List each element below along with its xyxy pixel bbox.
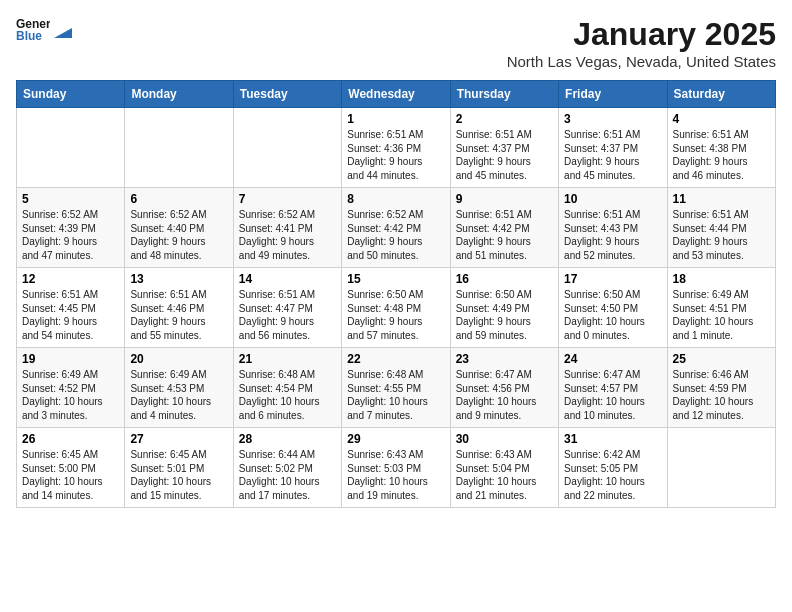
- day-number: 22: [347, 352, 444, 366]
- day-number: 14: [239, 272, 336, 286]
- day-number: 19: [22, 352, 119, 366]
- day-number: 27: [130, 432, 227, 446]
- calendar-cell: 8Sunrise: 6:52 AM Sunset: 4:42 PM Daylig…: [342, 188, 450, 268]
- day-number: 1: [347, 112, 444, 126]
- day-info: Sunrise: 6:52 AM Sunset: 4:39 PM Dayligh…: [22, 208, 119, 262]
- day-info: Sunrise: 6:49 AM Sunset: 4:51 PM Dayligh…: [673, 288, 770, 342]
- calendar-cell: 24Sunrise: 6:47 AM Sunset: 4:57 PM Dayli…: [559, 348, 667, 428]
- day-info: Sunrise: 6:51 AM Sunset: 4:45 PM Dayligh…: [22, 288, 119, 342]
- calendar-header-friday: Friday: [559, 81, 667, 108]
- calendar-cell: 12Sunrise: 6:51 AM Sunset: 4:45 PM Dayli…: [17, 268, 125, 348]
- day-number: 15: [347, 272, 444, 286]
- day-info: Sunrise: 6:48 AM Sunset: 4:55 PM Dayligh…: [347, 368, 444, 422]
- day-number: 31: [564, 432, 661, 446]
- day-info: Sunrise: 6:43 AM Sunset: 5:04 PM Dayligh…: [456, 448, 553, 502]
- day-info: Sunrise: 6:45 AM Sunset: 5:00 PM Dayligh…: [22, 448, 119, 502]
- day-number: 11: [673, 192, 770, 206]
- day-number: 9: [456, 192, 553, 206]
- logo-arrow-icon: [54, 20, 72, 38]
- day-info: Sunrise: 6:49 AM Sunset: 4:53 PM Dayligh…: [130, 368, 227, 422]
- day-number: 29: [347, 432, 444, 446]
- calendar-cell: 9Sunrise: 6:51 AM Sunset: 4:42 PM Daylig…: [450, 188, 558, 268]
- day-number: 16: [456, 272, 553, 286]
- day-info: Sunrise: 6:51 AM Sunset: 4:44 PM Dayligh…: [673, 208, 770, 262]
- calendar-header-wednesday: Wednesday: [342, 81, 450, 108]
- logo-svg: General Blue: [16, 16, 50, 42]
- logo: General Blue: [16, 16, 72, 42]
- day-info: Sunrise: 6:47 AM Sunset: 4:56 PM Dayligh…: [456, 368, 553, 422]
- calendar-cell: 10Sunrise: 6:51 AM Sunset: 4:43 PM Dayli…: [559, 188, 667, 268]
- calendar-cell: 1Sunrise: 6:51 AM Sunset: 4:36 PM Daylig…: [342, 108, 450, 188]
- calendar-cell: 14Sunrise: 6:51 AM Sunset: 4:47 PM Dayli…: [233, 268, 341, 348]
- calendar-cell: 7Sunrise: 6:52 AM Sunset: 4:41 PM Daylig…: [233, 188, 341, 268]
- calendar-cell: [17, 108, 125, 188]
- location-title: North Las Vegas, Nevada, United States: [507, 53, 776, 70]
- calendar-cell: 29Sunrise: 6:43 AM Sunset: 5:03 PM Dayli…: [342, 428, 450, 508]
- calendar-cell: 25Sunrise: 6:46 AM Sunset: 4:59 PM Dayli…: [667, 348, 775, 428]
- day-info: Sunrise: 6:50 AM Sunset: 4:49 PM Dayligh…: [456, 288, 553, 342]
- calendar: SundayMondayTuesdayWednesdayThursdayFrid…: [16, 80, 776, 508]
- day-info: Sunrise: 6:50 AM Sunset: 4:48 PM Dayligh…: [347, 288, 444, 342]
- calendar-cell: 31Sunrise: 6:42 AM Sunset: 5:05 PM Dayli…: [559, 428, 667, 508]
- day-number: 21: [239, 352, 336, 366]
- day-number: 13: [130, 272, 227, 286]
- day-info: Sunrise: 6:52 AM Sunset: 4:40 PM Dayligh…: [130, 208, 227, 262]
- calendar-header-monday: Monday: [125, 81, 233, 108]
- calendar-cell: [125, 108, 233, 188]
- day-number: 18: [673, 272, 770, 286]
- calendar-header-thursday: Thursday: [450, 81, 558, 108]
- day-number: 6: [130, 192, 227, 206]
- day-info: Sunrise: 6:52 AM Sunset: 4:42 PM Dayligh…: [347, 208, 444, 262]
- day-number: 2: [456, 112, 553, 126]
- calendar-cell: 2Sunrise: 6:51 AM Sunset: 4:37 PM Daylig…: [450, 108, 558, 188]
- calendar-header-sunday: Sunday: [17, 81, 125, 108]
- calendar-cell: 15Sunrise: 6:50 AM Sunset: 4:48 PM Dayli…: [342, 268, 450, 348]
- calendar-cell: [233, 108, 341, 188]
- day-number: 4: [673, 112, 770, 126]
- day-number: 7: [239, 192, 336, 206]
- calendar-week-row: 1Sunrise: 6:51 AM Sunset: 4:36 PM Daylig…: [17, 108, 776, 188]
- day-info: Sunrise: 6:46 AM Sunset: 4:59 PM Dayligh…: [673, 368, 770, 422]
- day-number: 23: [456, 352, 553, 366]
- calendar-cell: 6Sunrise: 6:52 AM Sunset: 4:40 PM Daylig…: [125, 188, 233, 268]
- calendar-week-row: 12Sunrise: 6:51 AM Sunset: 4:45 PM Dayli…: [17, 268, 776, 348]
- calendar-week-row: 19Sunrise: 6:49 AM Sunset: 4:52 PM Dayli…: [17, 348, 776, 428]
- day-info: Sunrise: 6:49 AM Sunset: 4:52 PM Dayligh…: [22, 368, 119, 422]
- day-info: Sunrise: 6:44 AM Sunset: 5:02 PM Dayligh…: [239, 448, 336, 502]
- calendar-cell: 21Sunrise: 6:48 AM Sunset: 4:54 PM Dayli…: [233, 348, 341, 428]
- day-number: 5: [22, 192, 119, 206]
- calendar-cell: 13Sunrise: 6:51 AM Sunset: 4:46 PM Dayli…: [125, 268, 233, 348]
- calendar-cell: 4Sunrise: 6:51 AM Sunset: 4:38 PM Daylig…: [667, 108, 775, 188]
- day-info: Sunrise: 6:50 AM Sunset: 4:50 PM Dayligh…: [564, 288, 661, 342]
- day-info: Sunrise: 6:51 AM Sunset: 4:38 PM Dayligh…: [673, 128, 770, 182]
- calendar-header-tuesday: Tuesday: [233, 81, 341, 108]
- calendar-cell: 16Sunrise: 6:50 AM Sunset: 4:49 PM Dayli…: [450, 268, 558, 348]
- day-number: 25: [673, 352, 770, 366]
- day-number: 20: [130, 352, 227, 366]
- day-info: Sunrise: 6:47 AM Sunset: 4:57 PM Dayligh…: [564, 368, 661, 422]
- day-info: Sunrise: 6:43 AM Sunset: 5:03 PM Dayligh…: [347, 448, 444, 502]
- day-number: 24: [564, 352, 661, 366]
- day-number: 3: [564, 112, 661, 126]
- day-info: Sunrise: 6:51 AM Sunset: 4:43 PM Dayligh…: [564, 208, 661, 262]
- calendar-cell: 11Sunrise: 6:51 AM Sunset: 4:44 PM Dayli…: [667, 188, 775, 268]
- calendar-cell: 26Sunrise: 6:45 AM Sunset: 5:00 PM Dayli…: [17, 428, 125, 508]
- svg-marker-2: [54, 28, 72, 38]
- title-area: January 2025 North Las Vegas, Nevada, Un…: [507, 16, 776, 70]
- day-number: 30: [456, 432, 553, 446]
- calendar-cell: 30Sunrise: 6:43 AM Sunset: 5:04 PM Dayli…: [450, 428, 558, 508]
- svg-text:Blue: Blue: [16, 29, 42, 42]
- day-info: Sunrise: 6:48 AM Sunset: 4:54 PM Dayligh…: [239, 368, 336, 422]
- month-title: January 2025: [507, 16, 776, 53]
- header: General Blue January 2025 North Las Vega…: [16, 16, 776, 70]
- calendar-week-row: 26Sunrise: 6:45 AM Sunset: 5:00 PM Dayli…: [17, 428, 776, 508]
- day-number: 10: [564, 192, 661, 206]
- calendar-cell: 23Sunrise: 6:47 AM Sunset: 4:56 PM Dayli…: [450, 348, 558, 428]
- day-info: Sunrise: 6:45 AM Sunset: 5:01 PM Dayligh…: [130, 448, 227, 502]
- calendar-cell: 5Sunrise: 6:52 AM Sunset: 4:39 PM Daylig…: [17, 188, 125, 268]
- day-info: Sunrise: 6:51 AM Sunset: 4:47 PM Dayligh…: [239, 288, 336, 342]
- calendar-cell: 20Sunrise: 6:49 AM Sunset: 4:53 PM Dayli…: [125, 348, 233, 428]
- calendar-cell: 27Sunrise: 6:45 AM Sunset: 5:01 PM Dayli…: [125, 428, 233, 508]
- calendar-cell: 17Sunrise: 6:50 AM Sunset: 4:50 PM Dayli…: [559, 268, 667, 348]
- calendar-header-saturday: Saturday: [667, 81, 775, 108]
